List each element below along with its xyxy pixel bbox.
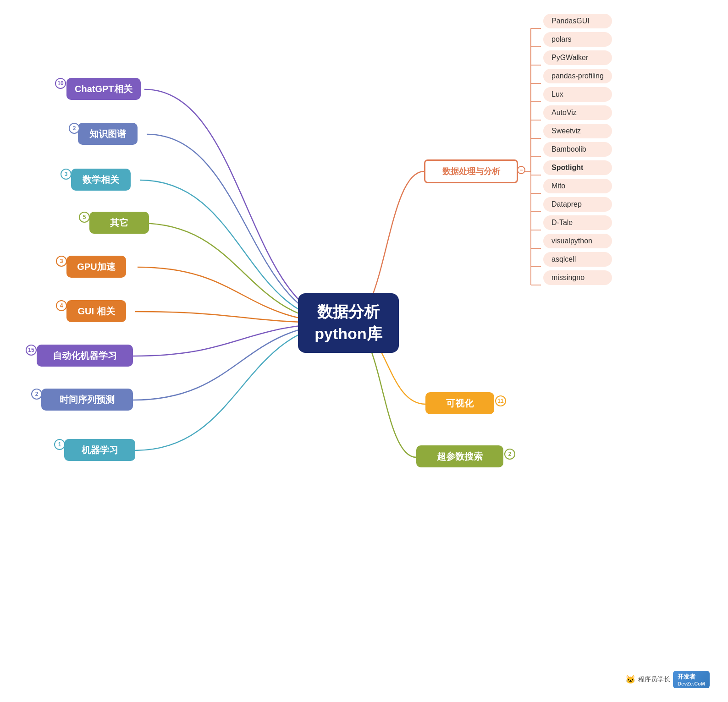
badge-knowledge: 2 (69, 123, 80, 134)
badge-math: 3 (61, 169, 72, 180)
watermark: 🐱 程序员学长 开发者 DevZe.CoM (625, 671, 710, 688)
branch-knowledge: 知识图谱 (78, 123, 138, 145)
badge-chatgpt: 10 (55, 78, 66, 89)
branch-other: 其它 (89, 212, 149, 234)
branch-visualization: 可视化 (425, 392, 494, 414)
leaf-d-tale: D-Tale (543, 215, 612, 230)
leaf-pandas-profiling: pandas-profiling (543, 69, 612, 83)
branch-math: 数学相关 (71, 169, 131, 191)
leaf-lux: Lux (543, 87, 612, 102)
leaf-dataprep: Dataprep (543, 197, 612, 212)
branch-automl: 自动化机器学习 (37, 345, 133, 367)
branch-data-analysis: 数据处理与分析 (424, 159, 518, 183)
badge-ml: 1 (54, 439, 65, 450)
leaf-spotlight: Spotlight (543, 160, 612, 175)
badge-automl: 15 (26, 345, 37, 356)
leaf-sweetviz: Sweetviz (543, 124, 612, 138)
leaf-polars: polars (543, 32, 612, 47)
branch-chatgpt: ChatGPT相关 (66, 78, 141, 100)
branch-gui: GUI 相关 (66, 300, 126, 322)
badge-gpu: 3 (56, 256, 67, 267)
watermark-text1: 程序员学长 (638, 675, 670, 684)
leaf-autoviz: AutoViz (543, 105, 612, 120)
badge-gui: 4 (56, 300, 67, 311)
badge-timeseries: 2 (31, 389, 42, 400)
leaf-mito: Mito (543, 179, 612, 193)
branch-ml: 机器学习 (64, 439, 135, 461)
center-node: 数据分析 python库 (298, 293, 399, 353)
watermark-icon: 🐱 (625, 675, 635, 685)
badge-other: 5 (79, 212, 90, 223)
leaf-missingno: missingno (543, 270, 612, 285)
leaf-pandasgui: PandasGUI (543, 14, 612, 28)
watermark-badge: 开发者 DevZe.CoM (673, 671, 710, 688)
center-label: 数据分析 python库 (314, 301, 382, 345)
leaf-bamboolib: Bamboolib (543, 142, 612, 157)
watermark-text2: 开发者 (678, 673, 705, 681)
leaf-visualpython: visualpython (543, 234, 612, 248)
badge-visualization: 11 (495, 395, 506, 406)
leaf-asqlcell: asqlcell (543, 252, 612, 267)
collapse-data-analysis[interactable]: − (517, 166, 525, 174)
watermark-subtext: DevZe.CoM (678, 681, 705, 686)
branch-timeseries: 时间序列预测 (41, 389, 133, 411)
leaf-pygwalker: PyGWalker (543, 50, 612, 65)
branch-hyperparam: 超参数搜索 (416, 445, 503, 467)
badge-hyperparam: 2 (504, 449, 515, 460)
branch-gpu: GPU加速 (66, 256, 126, 278)
